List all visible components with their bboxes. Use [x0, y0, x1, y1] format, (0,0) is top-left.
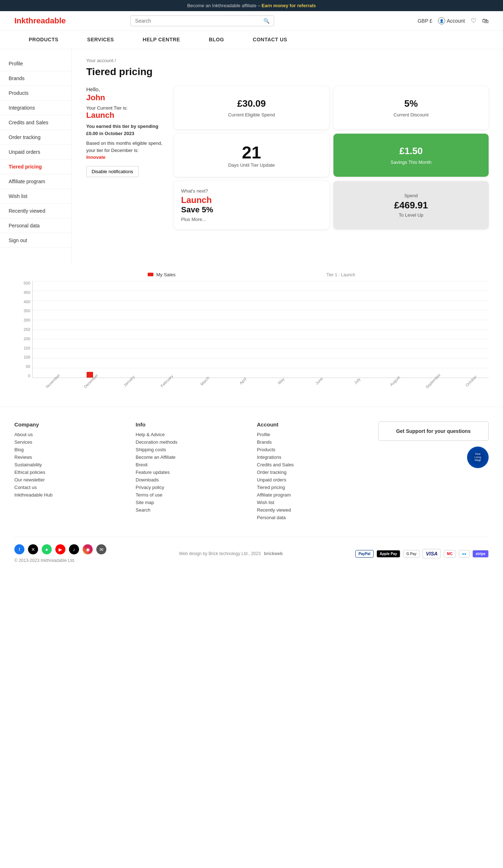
footer-link-order-tracking[interactable]: Order tracking	[257, 470, 368, 475]
nav-item-help[interactable]: HELP CENTRE	[128, 31, 194, 49]
eligible-spend-value: £30.09	[237, 98, 266, 109]
currency-selector[interactable]: GBP £	[417, 18, 432, 24]
nav-item-contact[interactable]: CONTACT US	[239, 31, 302, 49]
search-icon[interactable]: 🔍	[263, 18, 269, 24]
instagram-icon[interactable]: ◉	[83, 544, 93, 554]
chart-grid	[33, 281, 489, 378]
footer-link-recently[interactable]: Recently viewed	[257, 507, 368, 513]
footer-bottom: f ✕ ● ▶ ♪ ◉ ✉ © 2013-2023 Inkthreadable …	[14, 537, 489, 563]
sidebar-item-integrations[interactable]: Integrations	[0, 101, 71, 115]
payment-icons: PayPal Apple Pay G Pay VISA MC ●● stripe	[355, 549, 489, 558]
savings-label: Savings This Month	[391, 160, 432, 165]
legend-tier-label: Tier 1 - Launch	[326, 272, 355, 277]
footer-link-newsletter[interactable]: Our newsletter	[14, 477, 125, 483]
cards-grid: £30.09 Current Eligible Spend 5% Current…	[174, 86, 489, 229]
sidebar-item-sign-out[interactable]: Sign out	[0, 233, 71, 248]
nav-item-services[interactable]: SERVICES	[73, 31, 129, 49]
footer-link-feature[interactable]: Feature updates	[136, 470, 246, 475]
top-banner: Become an Inkthreadable affiliate – Earn…	[0, 0, 503, 11]
nav-item-blog[interactable]: BLOG	[194, 31, 238, 49]
twitter-icon[interactable]: ✕	[28, 544, 38, 554]
footer-link-ethical[interactable]: Ethical policies	[14, 470, 125, 475]
footer-link-sitemap[interactable]: Site map	[136, 500, 246, 505]
footer-link-about[interactable]: About us	[14, 432, 125, 437]
sidebar-item-profile[interactable]: Profile	[0, 56, 71, 71]
footer-link-credits[interactable]: Credits and Sales	[257, 462, 368, 467]
footer-link-affiliate-prog[interactable]: Affiliate program	[257, 492, 368, 498]
mastercard-icon: MC	[444, 550, 456, 558]
wishlist-icon[interactable]: ♡	[471, 17, 476, 25]
footer-link-help[interactable]: Help & Advice	[136, 432, 246, 437]
chart-y-axis: 0 50 100 150 200 250 300 350 400 450 500	[14, 281, 30, 378]
facebook-icon[interactable]: f	[14, 544, 24, 554]
web-design-credit: Web design by Brick technology Ltd., 202…	[179, 551, 260, 556]
search-bar[interactable]: 🔍	[130, 15, 274, 26]
support-box[interactable]: Get Support for your questions	[378, 421, 489, 441]
breadcrumb-parent[interactable]: Your account	[86, 58, 113, 63]
sidebar-item-tiered-pricing[interactable]: Tiered pricing	[0, 160, 71, 174]
google-pay-icon: G Pay	[403, 550, 420, 558]
discount-value: 5%	[404, 98, 418, 109]
sidebar-item-brands[interactable]: Brands	[0, 71, 71, 86]
footer-link-brands[interactable]: Brands	[257, 439, 368, 445]
footer-link-products[interactable]: Products	[257, 447, 368, 452]
savings-value: £1.50	[399, 146, 423, 157]
footer-link-privacy[interactable]: Privacy policy	[136, 485, 246, 490]
footer-link-sustainability[interactable]: Sustainability	[14, 462, 125, 467]
footer-link-personal[interactable]: Personal data	[257, 515, 368, 520]
apple-pay-icon: Apple Pay	[377, 550, 400, 558]
sidebar-item-personal-data[interactable]: Personal data	[0, 218, 71, 233]
account-label: Account	[447, 18, 465, 24]
sidebar-item-recently-viewed[interactable]: Recently viewed	[0, 204, 71, 218]
search-input[interactable]	[135, 18, 263, 24]
footer-link-profile[interactable]: Profile	[257, 432, 368, 437]
sidebar-item-wish-list[interactable]: Wish list	[0, 189, 71, 204]
card-eligible-spend: £30.09 Current Eligible Spend	[174, 86, 329, 129]
footer-company-heading: Company	[14, 421, 125, 428]
footer-link-wishlist[interactable]: Wish list	[257, 500, 368, 505]
footer-link-integrations[interactable]: Integrations	[257, 454, 368, 460]
banner-link[interactable]: Earn money for referrals	[262, 3, 316, 8]
sidebar-item-unpaid-orders[interactable]: Unpaid orders	[0, 145, 71, 160]
user-name: John	[86, 93, 165, 102]
footer-link-tiered[interactable]: Tiered pricing	[257, 485, 368, 490]
footer-link-downloads[interactable]: Downloads	[136, 477, 246, 483]
logo[interactable]: Inkthreadable	[14, 16, 66, 26]
whatsapp-icon[interactable]: ●	[42, 544, 52, 554]
footer-link-reviews[interactable]: Reviews	[14, 454, 125, 460]
footer-link-decoration[interactable]: Decoration methods	[136, 439, 246, 445]
sidebar: Profile Brands Products Integrations Cre…	[0, 49, 72, 265]
brickweb-label: brickweb	[264, 551, 283, 556]
footer-link-brexit[interactable]: Brexit	[136, 462, 246, 467]
sidebar-item-products[interactable]: Products	[0, 86, 71, 101]
footer-link-search[interactable]: Search	[136, 507, 246, 513]
disable-notifications-button[interactable]: Disable notifications	[86, 166, 139, 177]
footer-link-contact[interactable]: Contact us	[14, 485, 125, 490]
footer-link-shipping[interactable]: Shipping costs	[136, 447, 246, 452]
nav-item-products[interactable]: PRODUCTS	[14, 31, 73, 49]
earned-text: You earned this tier by spending £0.00 i…	[86, 123, 165, 137]
chart-legend: My Sales Tier 1 - Launch	[14, 272, 489, 277]
tiktok-icon[interactable]: ♪	[69, 544, 79, 554]
content-area: Your account / Tiered pricing Hello, Joh…	[72, 49, 503, 265]
email-icon[interactable]: ✉	[96, 544, 106, 554]
stripe-icon: stripe	[472, 550, 489, 558]
tier-info-column: Hello, John Your Current Tier is: Launch…	[86, 86, 165, 177]
cart-icon[interactable]: 🛍	[482, 17, 489, 25]
youtube-icon[interactable]: ▶	[55, 544, 65, 554]
sidebar-item-credits[interactable]: Credits and Sales	[0, 115, 71, 130]
living-wage-badge: RealLivingWage	[467, 447, 489, 468]
footer-link-services[interactable]: Services	[14, 439, 125, 445]
footer-link-hub[interactable]: Inkthreadable Hub	[14, 492, 125, 498]
footer-link-unpaid[interactable]: Unpaid orders	[257, 477, 368, 483]
footer-link-terms[interactable]: Terms of use	[136, 492, 246, 498]
account-button[interactable]: 👤 Account	[438, 17, 465, 24]
tiered-content: Hello, John Your Current Tier is: Launch…	[86, 86, 489, 229]
footer-link-become-affiliate[interactable]: Become an Affiliate	[136, 454, 246, 460]
footer-info-heading: Info	[136, 421, 246, 428]
breadcrumb: Your account /	[86, 58, 489, 63]
footer-link-blog[interactable]: Blog	[14, 447, 125, 452]
sidebar-item-order-tracking[interactable]: Order tracking	[0, 130, 71, 145]
discount-label: Current Discount	[393, 112, 429, 117]
sidebar-item-affiliate[interactable]: Affiliate program	[0, 174, 71, 189]
